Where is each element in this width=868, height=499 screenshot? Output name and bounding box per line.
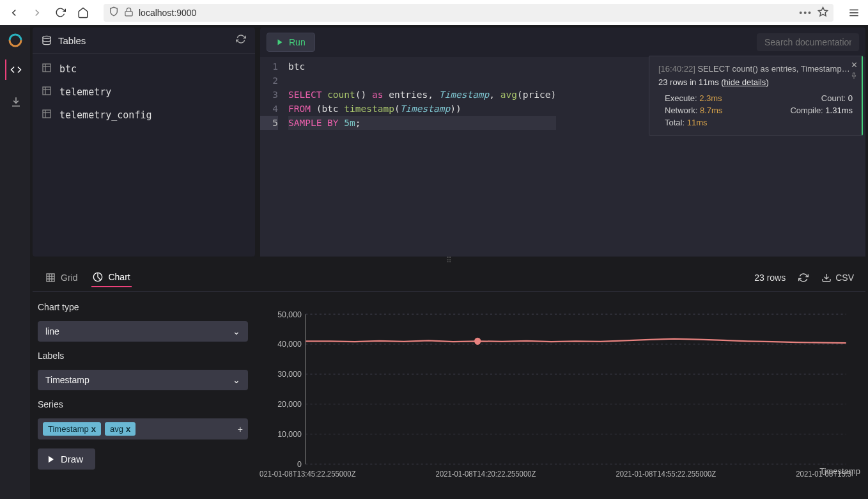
refresh-tables-button[interactable] (236, 34, 246, 47)
sidebar-title-text: Tables (58, 35, 86, 46)
remove-chip-icon[interactable]: x (126, 424, 130, 434)
menu-button[interactable] (845, 4, 863, 22)
browser-toolbar: localhost:9000 ••• (0, 0, 868, 25)
notif-query: SELECT count() as entries, Timestamp… (697, 64, 849, 74)
chart-type-label: Chart type (38, 302, 248, 312)
tab-grid[interactable]: Grid (44, 269, 79, 287)
chevron-down-icon: ⌄ (233, 375, 240, 385)
table-item[interactable]: btc (33, 58, 255, 81)
tab-grid-label: Grid (61, 273, 77, 283)
series-chip[interactable]: avg x (105, 422, 136, 436)
svg-text:2021-01-08T13:45:22.255000Z: 2021-01-08T13:45:22.255000Z (260, 470, 356, 479)
close-icon[interactable]: ✕ (851, 60, 858, 70)
reload-button[interactable] (51, 4, 69, 22)
svg-rect-0 (125, 11, 132, 15)
back-button[interactable] (5, 4, 23, 22)
svg-text:0: 0 (297, 459, 302, 469)
home-button[interactable] (74, 4, 92, 22)
x-axis-label: Timestamp (819, 466, 860, 476)
tab-chart-label: Chart (108, 272, 130, 282)
svg-text:2021-01-08T14:55:22.255000Z: 2021-01-08T14:55:22.255000Z (616, 470, 716, 479)
svg-rect-8 (43, 64, 50, 72)
svg-rect-18 (47, 274, 54, 281)
svg-text:30,000: 30,000 (277, 369, 302, 379)
svg-text:2021-01-08T14:20:22.255000Z: 2021-01-08T14:20:22.255000Z (436, 470, 536, 479)
svg-text:10,000: 10,000 (277, 429, 302, 440)
run-button[interactable]: Run (267, 33, 315, 52)
table-icon (42, 86, 52, 99)
horizontal-resize-handle[interactable]: ⠿ (30, 257, 868, 264)
lock-icon (124, 7, 134, 19)
database-icon (42, 35, 52, 45)
pin-icon[interactable] (850, 72, 858, 81)
address-bar[interactable]: localhost:9000 ••• (104, 4, 833, 22)
series-label: Series (38, 399, 248, 409)
bookmark-icon[interactable] (818, 6, 828, 19)
labels-select[interactable]: Timestamp⌄ (38, 370, 248, 390)
notif-summary: 23 rows in 11ms (hide details) (658, 77, 853, 87)
chart-type-select[interactable]: line⌄ (38, 321, 248, 342)
grid-icon (45, 273, 56, 283)
shield-icon (109, 6, 119, 19)
line-chart: 010,00020,00030,00040,00050,0002021-01-0… (260, 307, 853, 493)
page-actions-icon[interactable]: ••• (799, 8, 812, 18)
table-icon (42, 63, 52, 75)
refresh-results-button[interactable] (798, 273, 809, 283)
svg-text:50,000: 50,000 (277, 309, 302, 319)
svg-marker-1 (818, 7, 827, 15)
remove-chip-icon[interactable]: x (91, 424, 96, 434)
svg-text:20,000: 20,000 (277, 399, 302, 409)
sidebar-title: Tables (42, 35, 236, 46)
query-result-notification: ✕ [16:40:22] SELECT count() as entries, … (649, 56, 863, 136)
table-icon (42, 109, 52, 122)
forward-button[interactable] (28, 4, 46, 22)
play-icon (47, 455, 56, 464)
chart-controls: Chart type line⌄ Labels Timestamp⌄ Serie… (33, 292, 253, 499)
left-rail (0, 25, 30, 499)
notif-timestamp: [16:40:22] (658, 64, 695, 74)
csv-label: CSV (835, 273, 854, 283)
editor-pane: Run 12345 btc SELECT count() as entries,… (260, 28, 865, 257)
table-item[interactable]: telemetry_config (33, 104, 255, 127)
chevron-down-icon: ⌄ (233, 326, 240, 337)
add-series-button[interactable]: + (238, 424, 243, 434)
url-text: localhost:9000 (139, 8, 794, 18)
tables-sidebar: Tables btctelemetrytelemetry_config (33, 28, 255, 257)
search-docs-input[interactable] (757, 33, 859, 51)
hide-details-link[interactable]: hide details (724, 77, 766, 87)
series-chip[interactable]: Timestamp x (43, 422, 101, 436)
draw-button[interactable]: Draw (38, 448, 95, 470)
table-item[interactable]: telemetry (33, 81, 255, 104)
rows-count: 23 rows (754, 273, 786, 283)
svg-text:40,000: 40,000 (277, 339, 302, 349)
svg-rect-14 (43, 110, 50, 118)
draw-label: Draw (61, 454, 83, 464)
play-icon (276, 38, 284, 46)
chart-icon (93, 272, 103, 282)
run-button-label: Run (289, 37, 306, 47)
svg-rect-11 (43, 87, 50, 95)
svg-point-43 (474, 338, 481, 345)
svg-marker-25 (49, 455, 54, 463)
rail-import-button[interactable] (5, 91, 26, 112)
app-logo (8, 33, 23, 48)
tab-chart[interactable]: Chart (91, 268, 131, 287)
svg-marker-17 (278, 40, 283, 45)
series-chips[interactable]: Timestamp xavg x+ (38, 418, 248, 440)
chart-area: 010,00020,00030,00040,00050,0002021-01-0… (253, 292, 865, 499)
labels-label: Labels (38, 351, 248, 361)
export-csv-button[interactable]: CSV (821, 273, 854, 283)
download-icon (821, 273, 832, 283)
svg-point-7 (43, 36, 50, 38)
rail-console-button[interactable] (5, 59, 26, 80)
